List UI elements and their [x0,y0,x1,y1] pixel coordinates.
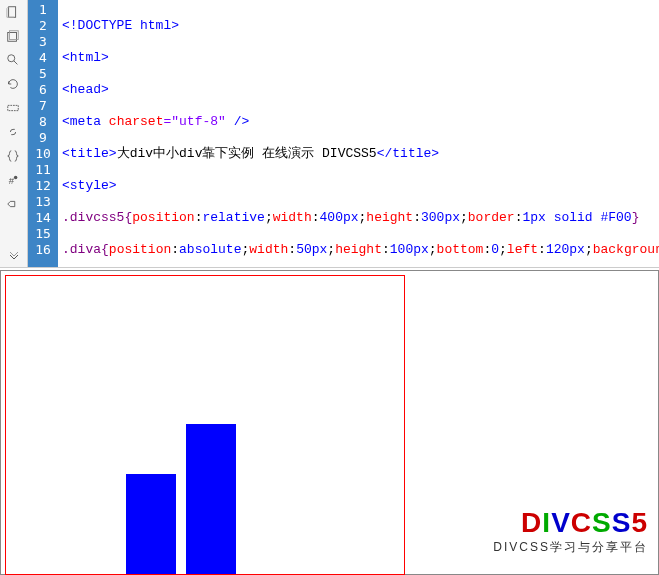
bar-divb [186,424,236,574]
watermark: DIVCSS5 DIVCSS学习与分享平台 [493,507,648,556]
svg-rect-0 [9,7,16,18]
svg-text:#: # [9,175,15,186]
new-file-icon[interactable] [0,0,26,24]
braces-icon[interactable] [0,144,26,168]
save-all-icon[interactable] [0,24,26,48]
svg-point-3 [8,55,15,62]
editor-pane: # 12345678910111213141516 <!DOCTYPE html… [0,0,659,268]
bookmark-icon[interactable]: # [0,168,26,192]
tag-icon[interactable] [0,192,26,216]
preview-pane: DIVCSS5 DIVCSS学习与分享平台 [0,270,659,575]
svg-rect-5 [8,105,19,110]
watermark-brand: DIVCSS5 [493,507,648,539]
svg-point-7 [14,176,18,180]
toolbar: # [0,0,28,267]
code-editor[interactable]: <!DOCTYPE html> <html> <head> <meta char… [58,0,659,267]
watermark-sub: DIVCSS学习与分享平台 [493,539,648,556]
link-icon[interactable] [0,120,26,144]
line-gutter: 12345678910111213141516 [28,0,58,267]
search-icon[interactable] [0,48,26,72]
bar-diva [126,474,176,574]
refresh-icon[interactable] [0,72,26,96]
select-region-icon[interactable] [0,96,26,120]
svg-line-4 [14,61,18,65]
chart-container [5,275,405,575]
chevron-down-icon[interactable] [0,247,27,267]
